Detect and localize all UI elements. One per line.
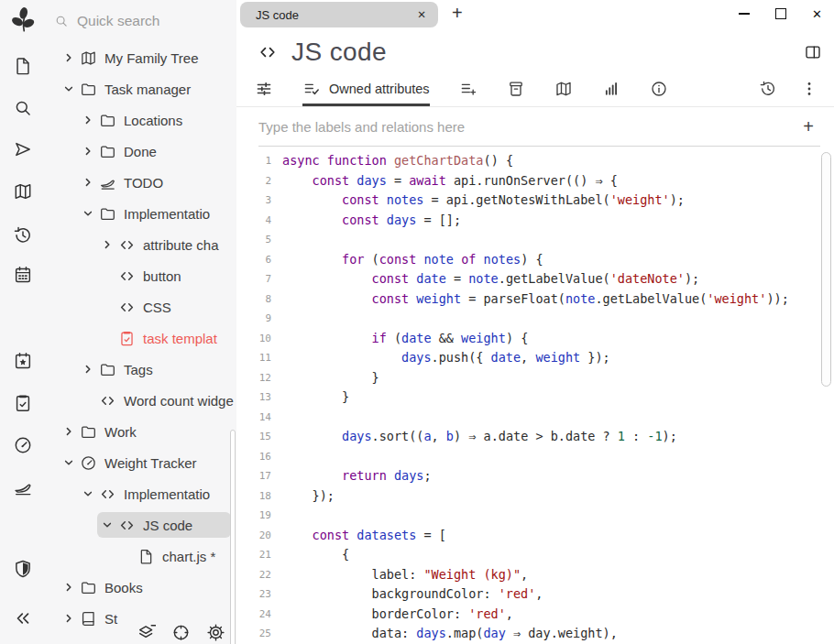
code-line-2[interactable]: 2 const days = await api.runOnServer(() … xyxy=(236,171,834,191)
code-line-14[interactable]: 14 xyxy=(236,408,834,428)
chevron-right-icon[interactable] xyxy=(62,612,75,625)
code-line-16[interactable]: 16 xyxy=(236,447,834,467)
tree-item-done[interactable]: Done xyxy=(46,136,236,167)
code-line-23[interactable]: 23 backgroundColor: 'red', xyxy=(236,584,834,605)
minimize-icon[interactable] xyxy=(739,13,750,15)
code-line-13[interactable]: 13 } xyxy=(236,387,834,408)
note-map-button[interactable] xyxy=(0,181,46,202)
code-line-15[interactable]: 15 days.sort((a, b) ⇒ a.date > b.date ? … xyxy=(236,427,834,447)
ribbon-tab-add-attributes[interactable] xyxy=(459,80,477,106)
tree-item-locations[interactable]: Locations xyxy=(46,104,236,136)
chevron-down-icon[interactable] xyxy=(101,518,114,531)
chevron-right-icon[interactable] xyxy=(82,363,94,376)
tree-item-js-code[interactable]: JS code xyxy=(46,509,236,540)
tree-item-button[interactable]: button xyxy=(46,260,236,291)
code-editor[interactable]: 1async function getChartData() {2 const … xyxy=(236,147,834,644)
tree-scrollbar[interactable] xyxy=(230,430,236,644)
tree-item-todo[interactable]: TODO xyxy=(46,167,236,198)
note-tree-sidebar: Quick search My Family TreeTask managerL… xyxy=(46,0,236,644)
code-line-6[interactable]: 6 for (const note of notes) { xyxy=(236,250,834,270)
ribbon-tab-basic-properties[interactable] xyxy=(255,80,273,106)
jump-to-button[interactable] xyxy=(0,139,46,159)
code-line-12[interactable]: 12 } xyxy=(236,368,834,388)
chevron-right-icon[interactable] xyxy=(101,238,114,251)
editor-scrollbar[interactable] xyxy=(821,152,831,387)
chevron-right-icon[interactable] xyxy=(82,145,94,158)
code-line-7[interactable]: 7 const date = note.getLabelValue('dateN… xyxy=(236,269,834,289)
tree-item-css[interactable]: CSS xyxy=(46,291,236,322)
today-button[interactable] xyxy=(0,351,46,371)
code-line-3[interactable]: 3 const notes = api.getNotesWithLabel('w… xyxy=(236,191,834,211)
new-tab-button[interactable]: + xyxy=(452,3,463,24)
chevron-right-icon[interactable] xyxy=(82,114,94,126)
code-line-8[interactable]: 8 const weight = parseFloat(note.getLabe… xyxy=(236,289,834,310)
book-icon xyxy=(80,610,97,628)
calendar-button[interactable] xyxy=(0,265,46,285)
code-line-21[interactable]: 21 { xyxy=(236,545,834,565)
code-line-20[interactable]: 20 const datasets = [ xyxy=(236,526,834,546)
task-manager-button[interactable] xyxy=(0,393,46,413)
quick-search-input[interactable]: Quick search xyxy=(46,0,236,42)
ribbon-tab-more-menu[interactable] xyxy=(800,80,818,106)
split-pane-icon[interactable] xyxy=(804,43,822,61)
tree-item-chart-js[interactable]: chart.js * xyxy=(46,540,236,572)
chevron-right-icon[interactable] xyxy=(62,51,75,64)
code-line-25[interactable]: 25 data: days.map(day ⇒ day.weight), xyxy=(236,624,834,644)
chevron-down-icon[interactable] xyxy=(62,456,75,469)
add-attribute-button[interactable]: + xyxy=(803,116,820,137)
tree-item-tags[interactable]: Tags xyxy=(46,354,236,385)
tree-item-work[interactable]: Work xyxy=(46,416,236,447)
chevron-right-icon[interactable] xyxy=(82,176,94,189)
settings-icon[interactable] xyxy=(206,623,225,642)
note-title[interactable]: JS code xyxy=(291,38,804,67)
ribbon-tab-owned-attributes[interactable]: Owned attributes xyxy=(302,80,430,106)
ribbon-tab-note-map[interactable] xyxy=(554,80,573,106)
weight-tracker-button[interactable] xyxy=(0,435,46,455)
code-line-10[interactable]: 10 if (date && weight) { xyxy=(236,329,834,349)
close-icon[interactable]: ✕ xyxy=(812,8,822,20)
ribbon-tab-note-paths[interactable] xyxy=(507,80,525,106)
tree-item-task-templat[interactable]: task templat xyxy=(46,322,236,354)
code-line-24[interactable]: 24 borderColor: 'red', xyxy=(236,605,834,625)
chevron-down-icon[interactable] xyxy=(62,82,75,95)
chevron-down-icon[interactable] xyxy=(82,487,94,500)
code-line-5[interactable]: 5 xyxy=(236,230,834,250)
attribute-input[interactable]: Type the labels and relations here xyxy=(258,119,803,135)
todo-button[interactable] xyxy=(0,477,46,497)
code-line-19[interactable]: 19 xyxy=(236,506,834,526)
code-line-1[interactable]: 1async function getChartData() { xyxy=(236,151,834,171)
code-text: const notes = api.getNotesWithLabel('wei… xyxy=(282,191,685,211)
maximize-icon[interactable] xyxy=(775,8,786,19)
tab-js-code[interactable]: JS code ✕ xyxy=(240,2,438,27)
ribbon-tab-similar-notes[interactable] xyxy=(602,80,620,106)
ribbon-tab-revisions[interactable] xyxy=(759,80,777,106)
more-menu-icon xyxy=(800,80,818,98)
tree-item-content: Implementatio xyxy=(78,201,217,226)
new-note-button[interactable] xyxy=(0,56,46,76)
tree-item-implementatio[interactable]: Implementatio xyxy=(46,478,236,509)
protected-session-button[interactable] xyxy=(0,559,46,579)
code-line-17[interactable]: 17 return days; xyxy=(236,466,834,486)
tree-item-books[interactable]: Books xyxy=(46,572,236,603)
code-line-18[interactable]: 18 }); xyxy=(236,486,834,507)
chevron-right-icon[interactable] xyxy=(62,425,75,438)
recent-changes-button[interactable] xyxy=(0,225,46,246)
chevron-down-icon[interactable] xyxy=(82,207,94,220)
tree-item-attribute-cha[interactable]: attribute cha xyxy=(46,229,236,260)
globe-icon[interactable] xyxy=(171,623,191,642)
code-line-9[interactable]: 9 xyxy=(236,309,834,329)
code-line-22[interactable]: 22 label: "Weight (kg)", xyxy=(236,565,834,585)
search-button[interactable] xyxy=(0,98,46,118)
tree-item-implementatio[interactable]: Implementatio xyxy=(46,198,236,229)
code-line-4[interactable]: 4 const days = []; xyxy=(236,211,834,231)
collapse-tree-button[interactable] xyxy=(0,608,46,628)
chevron-right-icon[interactable] xyxy=(62,581,75,594)
tree-item-word-count-widge[interactable]: Word count widge xyxy=(46,385,236,416)
code-line-11[interactable]: 11 days.push({ date, weight }); xyxy=(236,348,834,368)
tree-item-weight-tracker[interactable]: Weight Tracker xyxy=(46,447,236,478)
ribbon-tab-note-info[interactable] xyxy=(650,80,668,106)
tree-item-task-manager[interactable]: Task manager xyxy=(46,73,236,104)
tree-item-my-family-tree[interactable]: My Family Tree xyxy=(46,42,236,73)
layers-icon[interactable] xyxy=(137,623,156,642)
tab-close-icon[interactable]: ✕ xyxy=(417,8,426,21)
